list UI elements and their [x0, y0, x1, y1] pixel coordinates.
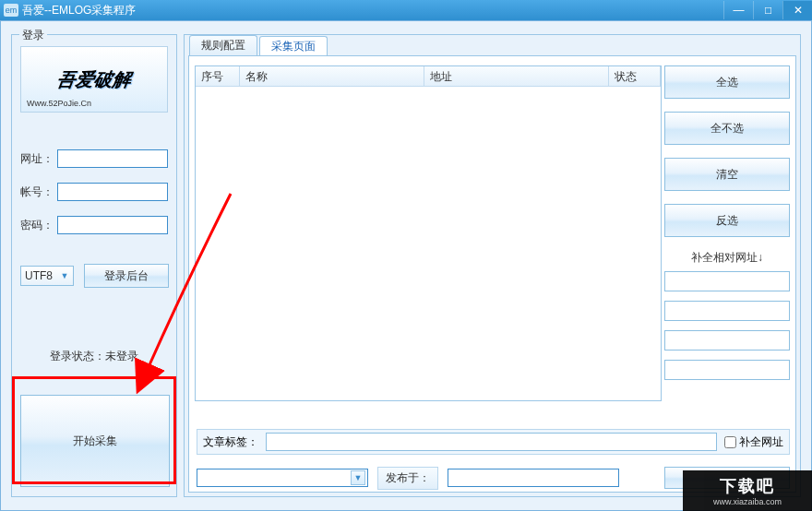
- watermark-title: 下载吧: [720, 475, 775, 497]
- publish-input[interactable]: [448, 469, 619, 487]
- result-list[interactable]: 序号 名称 地址 状态: [195, 65, 662, 401]
- chevron-down-icon: ▼: [351, 470, 365, 485]
- tab-panel: 序号 名称 地址 状态 全选 全不选 清空 反选 补全相对网址↓: [188, 55, 796, 493]
- pass-label: 密码：: [20, 218, 57, 233]
- logo-image: 吾爱破解 Www.52PoJie.Cn: [20, 46, 168, 113]
- col-status[interactable]: 状态: [609, 66, 661, 86]
- col-index[interactable]: 序号: [196, 66, 240, 86]
- fill-input-2[interactable]: [664, 301, 790, 321]
- fill-input-4[interactable]: [664, 360, 790, 380]
- logo-main-text: 吾爱破解: [55, 67, 133, 92]
- pass-row: 密码：: [20, 216, 168, 234]
- encoding-value: UTF8: [25, 269, 53, 282]
- watermark-url: www.xiazaiba.com: [713, 497, 782, 506]
- pass-input[interactable]: [57, 216, 168, 234]
- col-name[interactable]: 名称: [240, 66, 424, 86]
- window-title: 吾爱--EMLOG采集程序: [22, 3, 723, 18]
- select-all-button[interactable]: 全选: [664, 65, 790, 99]
- login-legend: 登录: [19, 28, 47, 43]
- url-input[interactable]: [57, 149, 168, 168]
- url-label: 网址：: [20, 151, 57, 167]
- clear-button[interactable]: 清空: [664, 158, 790, 191]
- fill-url-label: 补全相对网址↓: [664, 250, 790, 266]
- login-status: 登录状态：未登录: [12, 349, 176, 364]
- watermark: 下载吧 www.xiazaiba.com: [683, 470, 812, 511]
- fill-url-checkbox[interactable]: [724, 436, 736, 448]
- list-headers: 序号 名称 地址 状态: [196, 66, 661, 87]
- login-button[interactable]: 登录后台: [84, 264, 169, 288]
- login-group: 登录 吾爱破解 Www.52PoJie.Cn 网址： 帐号： 密码： UTF8 …: [11, 34, 177, 497]
- category-select[interactable]: ▼: [197, 469, 368, 487]
- close-button[interactable]: ✕: [782, 1, 812, 19]
- side-controls: 全选 全不选 清空 反选 补全相对网址↓: [664, 65, 790, 389]
- user-row: 帐号：: [20, 183, 168, 201]
- app-icon: em: [4, 4, 18, 17]
- select-none-button[interactable]: 全不选: [664, 112, 790, 145]
- tab-bar: 规则配置 采集页面: [189, 35, 329, 55]
- url-row: 网址：: [20, 149, 168, 168]
- fill-url-checkbox-wrap[interactable]: 补全网址: [724, 434, 783, 450]
- tag-input[interactable]: [266, 433, 717, 451]
- maximize-button[interactable]: □: [753, 1, 782, 19]
- main-panel: 规则配置 采集页面 序号 名称 地址 状态 全选 全不选 清空 反选 补全相对网…: [184, 34, 801, 497]
- fill-url-checkbox-label: 补全网址: [739, 434, 783, 450]
- col-addr[interactable]: 地址: [424, 66, 609, 86]
- fill-input-3[interactable]: [664, 330, 790, 351]
- encoding-select[interactable]: UTF8 ▼: [20, 266, 74, 286]
- publish-label: 发布于：: [377, 467, 438, 490]
- invert-button[interactable]: 反选: [664, 204, 790, 237]
- tab-rule-config[interactable]: 规则配置: [189, 35, 257, 55]
- minimize-button[interactable]: —: [723, 1, 753, 19]
- tag-label: 文章标签：: [203, 434, 258, 450]
- fill-input-1[interactable]: [664, 271, 790, 291]
- user-input[interactable]: [57, 183, 168, 201]
- client-area: 登录 吾爱破解 Www.52PoJie.Cn 网址： 帐号： 密码： UTF8 …: [0, 20, 812, 511]
- title-bar: em 吾爱--EMLOG采集程序 — □ ✕: [0, 0, 812, 20]
- list-rows: [196, 87, 661, 400]
- tag-row: 文章标签： 补全网址: [197, 429, 790, 455]
- tab-collect-page[interactable]: 采集页面: [259, 36, 328, 56]
- logo-sub-text: Www.52PoJie.Cn: [27, 99, 91, 108]
- start-collect-button[interactable]: 开始采集: [20, 395, 170, 487]
- user-label: 帐号：: [20, 184, 57, 200]
- chevron-down-icon: ▼: [59, 270, 70, 281]
